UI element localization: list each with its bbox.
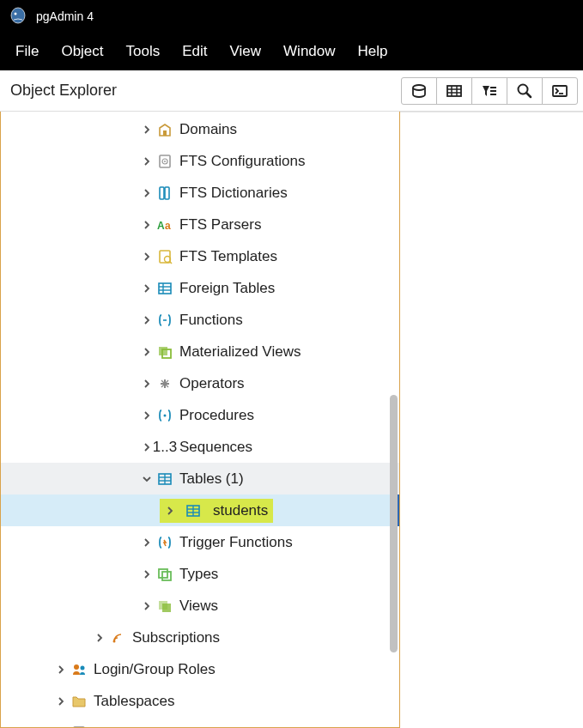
tree-item-label: Views (179, 598, 218, 615)
trigger-icon (155, 533, 174, 552)
chevron-right-icon[interactable] (138, 569, 155, 579)
svg-point-0 (11, 8, 25, 23)
chevron-right-icon[interactable] (138, 283, 155, 294)
menu-view[interactable]: View (220, 38, 272, 65)
tablespaces-icon (70, 692, 88, 711)
svg-rect-9 (490, 90, 496, 92)
query-tool-button[interactable] (401, 77, 437, 105)
chevron-right-icon[interactable] (52, 664, 70, 675)
app-logo-icon (9, 7, 27, 26)
view-data-button[interactable] (436, 77, 472, 105)
tree-item-functions[interactable]: Functions (1, 304, 399, 336)
tree-item-fts-dictionaries[interactable]: FTS Dictionaries (1, 177, 399, 209)
menu-edit[interactable]: Edit (172, 38, 217, 65)
menu-file[interactable]: File (5, 38, 49, 65)
tree-item-subscriptions[interactable]: Subscriptions (1, 622, 399, 653)
foreign-table-icon (155, 279, 174, 298)
chevron-right-icon[interactable] (138, 537, 155, 548)
svg-point-51 (74, 664, 79, 670)
chevron-right-icon[interactable] (138, 347, 155, 357)
tree-item-views[interactable]: Views (1, 590, 399, 622)
tree-item-label: Procedures (179, 407, 254, 424)
roles-icon (70, 660, 88, 679)
chevron-down-icon[interactable] (138, 474, 155, 484)
domain-icon (155, 120, 174, 139)
subscriptions-icon (108, 628, 127, 647)
tree-item-students[interactable]: students (1, 494, 399, 526)
svg-rect-46 (159, 569, 167, 578)
tree-item-fts-parsers[interactable]: AaFTS Parsers (1, 209, 399, 240)
chevron-right-icon[interactable] (91, 633, 108, 643)
chevron-right-icon[interactable] (52, 696, 70, 707)
tree-item-label: FTS Configurations (179, 153, 305, 170)
chevron-right-icon[interactable] (138, 156, 155, 167)
svg-rect-47 (162, 572, 171, 580)
tree-item-label: Types (179, 566, 218, 583)
tree-item-trigger-functions[interactable]: Trigger Functions (1, 526, 399, 558)
types-icon (155, 565, 174, 584)
chevron-right-icon[interactable] (138, 124, 155, 135)
chevron-right-icon[interactable] (138, 252, 155, 262)
tree-item-tablespaces[interactable]: Tablespaces (1, 685, 399, 717)
chevron-right-icon[interactable] (138, 601, 155, 611)
tree-item-operators[interactable]: Operators (1, 367, 399, 399)
menu-help[interactable]: Help (348, 38, 398, 65)
svg-rect-10 (490, 94, 496, 95)
tree-item-procedures[interactable]: Procedures (1, 399, 399, 431)
tree-item-label: Login/Group Roles (94, 661, 216, 678)
main-area (400, 112, 583, 728)
panel-header: Object Explorer (0, 70, 583, 112)
filter-button[interactable] (471, 77, 507, 105)
svg-rect-15 (163, 130, 167, 136)
sequence-icon: 1..3 (155, 438, 174, 457)
function-icon (155, 311, 174, 330)
menu-tools[interactable]: Tools (116, 38, 171, 65)
chevron-right-icon[interactable] (161, 506, 179, 516)
svg-text:A: A (157, 220, 165, 232)
svg-rect-49 (162, 604, 171, 612)
psql-button[interactable] (542, 77, 578, 105)
svg-rect-13 (553, 86, 567, 96)
table-child-icon (184, 501, 203, 520)
svg-rect-26 (159, 283, 171, 294)
tree-item-label: Sequences (179, 439, 252, 456)
app-title: pgAdmin 4 (36, 9, 94, 23)
menu-object[interactable]: Object (51, 38, 113, 65)
svg-point-1 (15, 13, 17, 15)
tree-item-foreign-tables[interactable]: Foreign Tables (1, 272, 399, 304)
tree-item-label: Tablespaces (94, 693, 175, 710)
chevron-right-icon[interactable] (138, 315, 155, 325)
tree-item-tables-1[interactable]: Tables (1) (1, 463, 399, 494)
svg-rect-8 (490, 87, 496, 88)
search-button[interactable] (507, 77, 543, 105)
svg-point-52 (81, 665, 85, 670)
chevron-right-icon[interactable] (138, 220, 155, 230)
tree-item-types[interactable]: Types (1, 558, 399, 590)
menu-window[interactable]: Window (273, 38, 345, 65)
chevron-right-icon[interactable] (138, 379, 155, 389)
svg-rect-3 (447, 86, 461, 96)
table-icon (155, 470, 174, 488)
operator-icon (155, 374, 174, 393)
svg-rect-19 (160, 187, 164, 199)
svg-point-37 (164, 414, 167, 416)
svg-rect-20 (165, 187, 169, 199)
tree-item-login-group-roles[interactable]: Login/Group Roles (1, 653, 399, 685)
tree-item-label: Trigger Functions (179, 534, 293, 551)
object-explorer[interactable]: DomainsFTS ConfigurationsFTS Dictionarie… (0, 112, 400, 728)
tree-item-fts-templates[interactable]: FTS Templates (1, 240, 399, 272)
scrollbar[interactable] (390, 395, 398, 652)
svg-point-50 (113, 640, 116, 642)
tree-item-sequences[interactable]: 1..3Sequences (1, 431, 399, 463)
chevron-right-icon[interactable] (138, 410, 155, 421)
tree-item-label: FTS Templates (179, 248, 277, 265)
tree-item-label: FTS Parsers (179, 216, 261, 234)
svg-rect-31 (159, 347, 167, 355)
tree-item-label: Foreign Tables (179, 280, 275, 297)
tree-item-pgagent-jobs[interactable]: pgAgent Jobs (1, 717, 399, 728)
tree-item-fts-configurations[interactable]: FTS Configurations (1, 145, 399, 177)
tree-item-domains[interactable]: Domains (1, 113, 399, 145)
chevron-right-icon[interactable] (138, 188, 155, 198)
tree-item-label: pgAgent Jobs (94, 725, 183, 729)
tree-item-materialized-views[interactable]: Materialized Views (1, 336, 399, 367)
